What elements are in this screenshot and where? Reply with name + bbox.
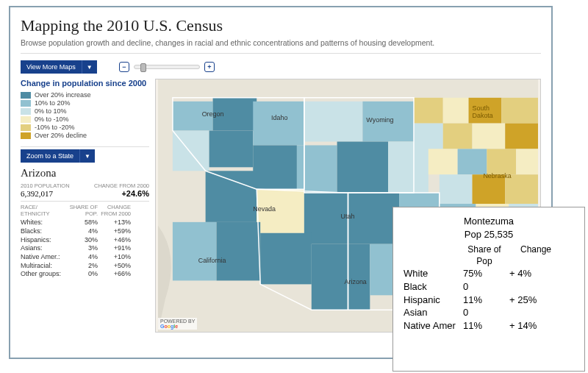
ethnicity-share: 58%: [65, 219, 98, 227]
tooltip-change-value: [499, 280, 562, 294]
legend-label: Over 20% increase: [35, 91, 91, 99]
tooltip-col-change: Change: [510, 244, 562, 267]
legend-swatch: [21, 108, 31, 115]
divider: [21, 201, 149, 202]
tooltip-change-value: + 14%: [499, 319, 562, 333]
tooltip-race-label: Asian: [404, 306, 459, 319]
svg-rect-10: [337, 142, 389, 193]
view-more-maps-label: View More Maps: [26, 63, 76, 71]
legend-label: 0% to 10%: [35, 107, 67, 115]
tooltip-race-label: White: [404, 267, 459, 280]
ethnicity-row: Other groups:0%+66%: [21, 270, 149, 279]
tooltip-rows: White75%+ 4%Black0Hispanic11%+ 25%Asian0…: [404, 267, 574, 332]
zoom-out-icon[interactable]: −: [119, 62, 129, 72]
legend-label: 10% to 20%: [35, 99, 71, 107]
zoom-to-state-button[interactable]: Zoom to a State: [21, 149, 80, 163]
legend-title: Change in population since 2000: [21, 79, 149, 88]
zoom-slider[interactable]: [134, 65, 200, 69]
legend-label: 0% to -10%: [35, 116, 69, 123]
map-label-california: California: [198, 257, 226, 264]
svg-rect-19: [312, 244, 370, 310]
legend-label: -10% to -20%: [35, 124, 75, 131]
svg-rect-17: [217, 222, 261, 281]
svg-rect-16: [173, 222, 217, 281]
tooltip-pop-value: 25,535: [484, 229, 514, 240]
tooltip-row: Asian0: [404, 306, 574, 319]
ethnicity-change: +13%: [98, 219, 131, 227]
svg-rect-27: [443, 124, 473, 149]
ethnicity-change: +10%: [98, 253, 131, 262]
zoom-slider-thumb[interactable]: [140, 63, 146, 72]
zoom-controls: − +: [119, 62, 215, 72]
page-title: Mapping the 2010 U.S. Census: [21, 16, 541, 35]
svg-rect-15: [348, 193, 400, 244]
svg-rect-34: [440, 174, 473, 204]
ethnicity-label: Whites:: [21, 219, 65, 227]
legend-item: 0% to 10%: [21, 107, 149, 115]
tooltip-row: Black0: [404, 280, 574, 294]
ethnicity-change: +50%: [98, 262, 131, 271]
eth-col-race: RACE/ ETHNICITY: [21, 204, 65, 217]
legend-swatch: [21, 100, 31, 107]
ethnicity-label: Multiracial:: [21, 262, 65, 271]
svg-rect-6: [253, 145, 297, 189]
svg-rect-8: [304, 102, 363, 142]
tooltip-share-value: 11%: [459, 319, 499, 333]
zoom-to-state-dropdown-icon[interactable]: ▼: [80, 149, 95, 163]
svg-rect-28: [473, 124, 506, 149]
svg-rect-11: [388, 142, 429, 193]
svg-rect-22: [414, 98, 443, 124]
legend-label: Over 20% decline: [35, 132, 87, 139]
ethnicity-change: +66%: [98, 270, 131, 279]
svg-rect-32: [487, 149, 516, 174]
tooltip-pop-label: Pop: [465, 229, 481, 240]
county-tooltip: Montezuma Pop 25,535 Share of Pop Change…: [392, 207, 585, 372]
view-more-maps-dropdown-icon[interactable]: ▼: [82, 60, 97, 74]
ethnicity-label: Other groups:: [21, 270, 65, 279]
svg-rect-23: [443, 98, 469, 124]
tooltip-row: Native Amer11%+ 14%: [404, 319, 574, 333]
svg-rect-33: [516, 149, 538, 174]
zoom-in-icon[interactable]: +: [204, 62, 215, 72]
ethnicity-table: Whites:58%+13%Blacks:4%+59%Hispanics:30%…: [21, 219, 149, 279]
ethnicity-share: 30%: [65, 236, 98, 245]
state-population-value: 6,392,017: [21, 189, 53, 198]
ethnicity-share: 4%: [65, 227, 98, 236]
tooltip-share-value: 0: [459, 280, 499, 294]
map-label-south-dakota: South: [473, 104, 490, 112]
tooltip-change-value: [499, 306, 562, 319]
ethnicity-label: Hispanics:: [21, 236, 65, 245]
ethnicity-row: Multiracial:2%+50%: [21, 262, 149, 271]
ethnicity-label: Asians:: [21, 244, 65, 253]
ethnicity-row: Native Amer.:4%+10%: [21, 253, 149, 262]
attribution-prefix: POWERED BY: [160, 319, 195, 324]
toolbar: View More Maps ▼ − +: [21, 60, 541, 74]
eth-col-share: SHARE OF POP.: [65, 204, 98, 217]
tooltip-col-share: Share of Pop: [459, 244, 510, 267]
ethnicity-row: Hispanics:30%+46%: [21, 236, 149, 245]
tooltip-share-value: 0: [459, 306, 499, 319]
map-label-arizona: Arizona: [345, 278, 367, 285]
svg-rect-30: [429, 149, 458, 174]
ethnicity-row: Whites:58%+13%: [21, 219, 149, 227]
legend-swatch: [21, 116, 31, 123]
ethnicity-change: +59%: [98, 227, 131, 236]
tooltip-share-value: 75%: [459, 267, 499, 280]
map-label-wyoming: Wyoming: [366, 116, 393, 124]
view-more-maps-button[interactable]: View More Maps: [21, 60, 82, 74]
svg-rect-31: [458, 149, 487, 174]
ethnicity-row: Asians:3%+91%: [21, 244, 149, 253]
map-label-oregon: Oregon: [202, 110, 224, 118]
ethnicity-share: 2%: [65, 262, 98, 271]
tooltip-share-value: 11%: [459, 294, 499, 307]
map-label-nebraska: Nebraska: [483, 172, 511, 180]
map-label-utah: Utah: [341, 213, 355, 220]
tooltip-race-label: Black: [404, 280, 459, 294]
tooltip-race-label: Native Amer: [404, 319, 459, 333]
svg-rect-18: [260, 233, 312, 285]
ethnicity-change: +91%: [98, 244, 131, 253]
legend-item: 0% to -10%: [21, 116, 149, 123]
legend-item: Over 20% increase: [21, 91, 149, 99]
svg-rect-7: [297, 145, 337, 193]
ethnicity-share: 4%: [65, 253, 98, 262]
